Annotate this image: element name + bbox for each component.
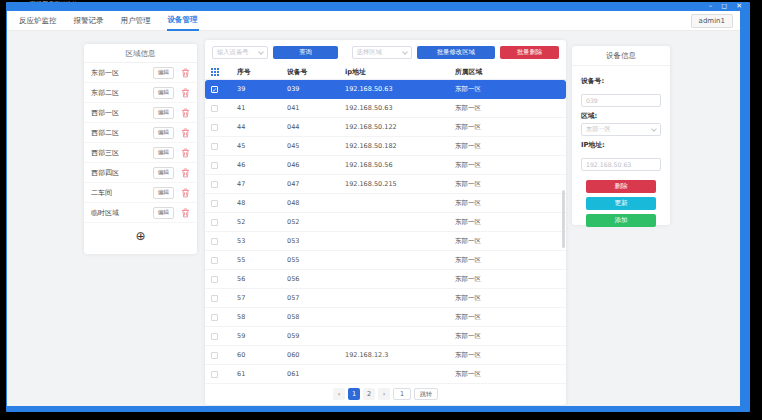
batch-modify-region-button[interactable]: 批量修改区域 bbox=[417, 46, 496, 59]
update-button[interactable]: 更新 bbox=[586, 197, 656, 210]
table-row[interactable]: ✓ 59 059 东部一区 bbox=[205, 327, 566, 346]
row-checkbox[interactable]: ✓ bbox=[211, 295, 218, 302]
device-number-select[interactable]: 输入设备号 bbox=[212, 46, 268, 59]
cell-serial: 41 bbox=[237, 104, 287, 112]
table-row[interactable]: ✓ 52 052 东部一区 bbox=[205, 213, 566, 232]
table-row[interactable]: ✓ 53 053 东部一区 bbox=[205, 232, 566, 251]
table-row[interactable]: ✓ 39 039 192.168.50.63 东部一区 bbox=[205, 80, 566, 99]
page-button-2[interactable]: 2 bbox=[363, 388, 375, 400]
region-select[interactable]: 选择区域 bbox=[352, 46, 412, 59]
region-edit-button[interactable]: 编辑 bbox=[153, 67, 174, 79]
row-checkbox[interactable]: ✓ bbox=[211, 352, 218, 359]
page-jump-input[interactable] bbox=[393, 388, 411, 400]
region-list-item[interactable]: 临时区域 编辑 bbox=[84, 203, 197, 223]
region-list-item[interactable]: 西部四区 编辑 bbox=[84, 163, 197, 183]
trash-icon[interactable] bbox=[181, 188, 190, 198]
region-list-item[interactable]: 东部二区 编辑 bbox=[84, 83, 197, 103]
row-checkbox[interactable]: ✓ bbox=[211, 162, 218, 169]
region-edit-button[interactable]: 编辑 bbox=[153, 107, 174, 119]
row-checkbox[interactable]: ✓ bbox=[211, 257, 218, 264]
trash-icon[interactable] bbox=[181, 68, 190, 78]
page-next-button[interactable]: › bbox=[378, 388, 390, 400]
table-row[interactable]: ✓ 48 048 东部一区 bbox=[205, 194, 566, 213]
batch-delete-button[interactable]: 批量删除 bbox=[500, 46, 559, 59]
app-window: – ◻ ✕ 反应炉监控 报警记录 用户管理 设备管理 admin1 区域信息 东… bbox=[6, 2, 750, 412]
trash-icon[interactable] bbox=[181, 108, 190, 118]
table-row[interactable]: ✓ 44 044 192.168.50.122 东部一区 bbox=[205, 118, 566, 137]
jump-button[interactable]: 跳转 bbox=[414, 388, 438, 400]
table-row[interactable]: ✓ 61 061 东部一区 bbox=[205, 365, 566, 384]
cell-device: 056 bbox=[287, 275, 345, 283]
row-checkbox[interactable]: ✓ bbox=[211, 219, 218, 226]
table-row[interactable]: ✓ 46 046 192.168.50.56 东部一区 bbox=[205, 156, 566, 175]
table-row[interactable]: ✓ 58 058 东部一区 bbox=[205, 308, 566, 327]
query-button[interactable]: 查询 bbox=[273, 46, 337, 59]
device-table-panel: 输入设备号 查询 选择区域 批量修改区域 批量删除 bbox=[205, 40, 566, 405]
region-edit-button[interactable]: 编辑 bbox=[153, 187, 174, 199]
row-checkbox[interactable]: ✓ bbox=[211, 124, 218, 131]
maximize-icon[interactable]: ◻ bbox=[721, 2, 727, 11]
region-name: 西部一区 bbox=[91, 108, 153, 118]
trash-icon[interactable] bbox=[181, 168, 190, 178]
row-checkbox[interactable]: ✓ bbox=[211, 143, 218, 150]
region-edit-button[interactable]: 编辑 bbox=[153, 207, 174, 219]
close-icon[interactable]: ✕ bbox=[736, 2, 742, 11]
trash-icon[interactable] bbox=[181, 128, 190, 138]
row-checkbox[interactable]: ✓ bbox=[211, 105, 218, 112]
add-region-button[interactable]: ⊕ bbox=[135, 230, 145, 242]
trash-icon[interactable] bbox=[181, 148, 190, 158]
region-list-item[interactable]: 西部二区 编辑 bbox=[84, 123, 197, 143]
row-checkbox[interactable]: ✓ bbox=[211, 200, 218, 207]
table-row[interactable]: ✓ 56 056 东部一区 bbox=[205, 270, 566, 289]
region-edit-button[interactable]: 编辑 bbox=[153, 147, 174, 159]
region-name: 东部二区 bbox=[91, 88, 153, 98]
page-button-1[interactable]: 1 bbox=[348, 388, 360, 400]
table-row[interactable]: ✓ 60 060 192.168.12.3 东部一区 bbox=[205, 346, 566, 365]
device-number-field[interactable] bbox=[581, 94, 661, 107]
region-edit-button[interactable]: 编辑 bbox=[153, 87, 174, 99]
table-row[interactable]: ✓ 41 041 192.168.50.63 东部一区 bbox=[205, 99, 566, 118]
header-device: 设备号 bbox=[287, 67, 345, 77]
row-checkbox[interactable]: ✓ bbox=[211, 276, 218, 283]
header-serial: 序号 bbox=[237, 67, 287, 77]
region-list-item[interactable]: 西部三区 编辑 bbox=[84, 143, 197, 163]
grid-icon[interactable] bbox=[211, 68, 219, 76]
tab-alarm-records[interactable]: 报警记录 bbox=[73, 11, 105, 30]
table-row[interactable]: ✓ 47 047 192.168.50.215 东部一区 bbox=[205, 175, 566, 194]
row-checkbox[interactable]: ✓ bbox=[211, 181, 218, 188]
row-checkbox[interactable]: ✓ bbox=[211, 333, 218, 340]
row-checkbox[interactable]: ✓ bbox=[211, 86, 218, 93]
region-list-item[interactable]: 二车间 编辑 bbox=[84, 183, 197, 203]
minimize-icon[interactable]: – bbox=[709, 2, 713, 11]
delete-button[interactable]: 删除 bbox=[586, 180, 656, 193]
table-row[interactable]: ✓ 57 057 东部一区 bbox=[205, 289, 566, 308]
tab-user-management[interactable]: 用户管理 bbox=[120, 11, 152, 30]
region-edit-button[interactable]: 编辑 bbox=[153, 127, 174, 139]
cell-device: 044 bbox=[287, 123, 345, 131]
region-field[interactable]: 东部一区 bbox=[581, 123, 661, 136]
scrollbar[interactable] bbox=[562, 190, 565, 248]
tab-device-management[interactable]: 设备管理 bbox=[167, 11, 199, 31]
region-panel: 区域信息 东部一区 编辑 东部二区 编辑 西部一区 编辑 西 bbox=[84, 44, 197, 254]
row-checkbox[interactable]: ✓ bbox=[211, 238, 218, 245]
ip-field[interactable] bbox=[581, 158, 661, 171]
add-button[interactable]: 添加 bbox=[586, 214, 656, 227]
cell-serial: 48 bbox=[237, 199, 287, 207]
region-list-item[interactable]: 西部一区 编辑 bbox=[84, 103, 197, 123]
cell-serial: 39 bbox=[237, 85, 287, 93]
row-checkbox[interactable]: ✓ bbox=[211, 371, 218, 378]
cell-region: 东部一区 bbox=[455, 85, 560, 94]
trash-icon[interactable] bbox=[181, 88, 190, 98]
user-badge[interactable]: admin1 bbox=[691, 14, 733, 28]
table-row[interactable]: ✓ 55 055 东部一区 bbox=[205, 251, 566, 270]
table-row[interactable]: ✓ 45 045 192.168.50.182 东部一区 bbox=[205, 137, 566, 156]
tab-reactor-monitor[interactable]: 反应炉监控 bbox=[18, 11, 58, 30]
header-ip: ip地址 bbox=[345, 67, 455, 77]
page-prev-button[interactable]: ‹ bbox=[333, 388, 345, 400]
row-checkbox[interactable]: ✓ bbox=[211, 314, 218, 321]
region-list-item[interactable]: 东部一区 编辑 bbox=[84, 63, 197, 83]
cell-serial: 56 bbox=[237, 275, 287, 283]
cell-ip: 192.168.50.215 bbox=[345, 180, 455, 188]
region-edit-button[interactable]: 编辑 bbox=[153, 167, 174, 179]
trash-icon[interactable] bbox=[181, 208, 190, 218]
